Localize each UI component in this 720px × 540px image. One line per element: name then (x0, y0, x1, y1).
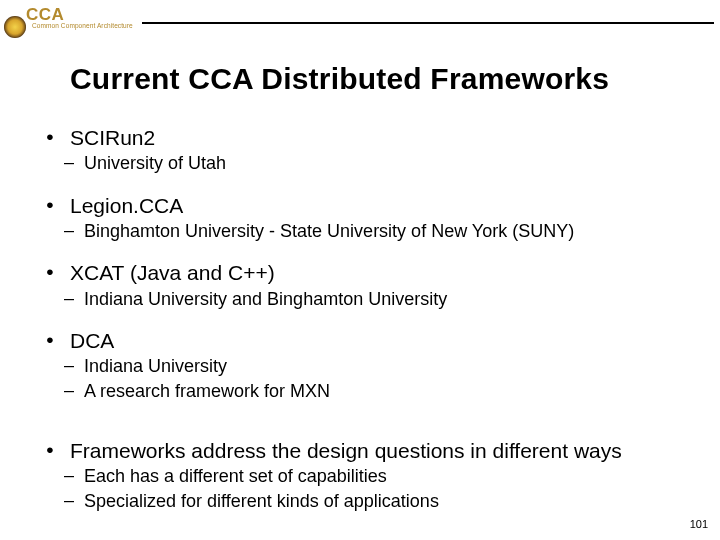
spacer (30, 402, 700, 420)
bullet-item: • Frameworks address the design question… (30, 438, 700, 463)
bullet-dot-icon: • (30, 193, 70, 218)
bullet-dot-icon: • (30, 438, 70, 463)
bullet-dot-icon: • (30, 260, 70, 285)
sub-bullet-item: Indiana University (30, 355, 700, 378)
sub-bullet-text: Indiana University (84, 355, 700, 378)
sub-bullet-text: A research framework for MXN (84, 380, 700, 403)
sub-bullet-item: A research framework for MXN (30, 380, 700, 403)
bullet-text: Legion.CCA (70, 193, 700, 218)
sub-bullet-text: Each has a different set of capabilities (84, 465, 700, 488)
bullet-item: • XCAT (Java and C++) (30, 260, 700, 285)
dash-icon (30, 465, 84, 488)
slide-title: Current CCA Distributed Frameworks (70, 62, 609, 96)
dash-icon (30, 490, 84, 513)
bullet-text: Frameworks address the design questions … (70, 438, 700, 463)
page-number: 101 (690, 518, 708, 530)
header: CCA Common Component Architecture (0, 8, 720, 36)
bullet-text: SCIRun2 (70, 125, 700, 150)
bullet-text: DCA (70, 328, 700, 353)
sub-bullet-item: Specialized for different kinds of appli… (30, 490, 700, 513)
bullet-text: XCAT (Java and C++) (70, 260, 700, 285)
dash-icon (30, 380, 84, 403)
bullet-dot-icon: • (30, 328, 70, 353)
bullet-item: • SCIRun2 (30, 125, 700, 150)
sub-bullet-text: Binghamton University - State University… (84, 220, 700, 243)
bullet-item: • Legion.CCA (30, 193, 700, 218)
sub-bullet-item: Each has a different set of capabilities (30, 465, 700, 488)
logo-icon (4, 16, 26, 38)
logo-subtext: Common Component Architecture (32, 22, 133, 29)
bullet-item: • DCA (30, 328, 700, 353)
sub-bullet-item: University of Utah (30, 152, 700, 175)
dash-icon (30, 152, 84, 175)
slide: CCA Common Component Architecture Curren… (0, 0, 720, 540)
sub-bullet-text: Indiana University and Binghamton Univer… (84, 288, 700, 311)
header-rule (142, 22, 714, 24)
sub-bullet-text: University of Utah (84, 152, 700, 175)
dash-icon (30, 355, 84, 378)
content: • SCIRun2 University of Utah • Legion.CC… (30, 125, 700, 512)
bullet-dot-icon: • (30, 125, 70, 150)
sub-bullet-text: Specialized for different kinds of appli… (84, 490, 700, 513)
sub-bullet-item: Indiana University and Binghamton Univer… (30, 288, 700, 311)
sub-bullet-item: Binghamton University - State University… (30, 220, 700, 243)
dash-icon (30, 220, 84, 243)
dash-icon (30, 288, 84, 311)
